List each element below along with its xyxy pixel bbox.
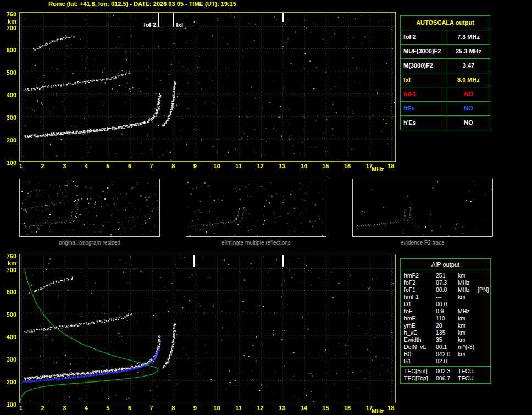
aip-param-note [478,301,490,308]
autoscala-param-label: foF2 [401,30,447,44]
panel-eliminate-reflections [186,179,326,237]
aip-param-label: DelN_vE [401,344,436,351]
x-tick-top-1: 1 [14,163,27,170]
x-tick-top-10: 10 [210,163,223,170]
aip-param-value: 20 [436,322,458,329]
aip-param-note [478,358,490,365]
panel-canvas-original [20,179,159,236]
aip-param-value: 00.0 [436,301,458,308]
aip-param-unit: km [458,336,478,344]
aip-param-unit: MHz [458,279,478,286]
aip-table: AIP output hmF2251kmfoF207.3MHzfoF100.0M… [400,258,491,384]
autoscala-row-h'Es: h'EsNO [401,116,490,130]
autoscala-param-label: foF1 [401,87,447,101]
aip-row-B1: B102.0 [401,358,490,365]
x-tick-bottom-6: 6 [123,405,136,412]
autoscala-param-value: NO [447,87,490,101]
aip-row-hmF2: hmF2251km [401,272,490,279]
autoscala-row-foF2: foF27.3 MHz [401,30,490,45]
panel-evidence-f2 [352,179,493,237]
x-tick-top-3: 3 [58,163,71,170]
aip-param-unit: TECU [458,375,478,382]
aip-param-note [478,315,490,322]
x-tick-top-7: 7 [145,163,158,170]
x-tick-top-2: 2 [36,163,49,170]
aip-param-label: D1 [401,301,436,308]
aip-param-value: 251 [436,272,458,279]
aip-param-unit: km [458,294,478,301]
aip-param-value: 00.1 [436,344,458,351]
aip-param-unit [458,301,478,308]
autoscala-table-body: foF27.3 MHzMUF(3000)F225.3 MHzM(3000)F23… [401,30,490,130]
aip-row-Ewidth: Ewidth35km [401,336,490,344]
y-tick-top-200: 200 [1,137,16,144]
aip-param-unit: km [458,315,478,322]
autoscala-param-value: 3.47 [447,59,490,73]
x-tick-top-14: 14 [297,163,311,170]
aip-row-foE: foE0.9MHz [401,308,490,315]
aip-tec-section: TEC[Bot]002.3TECUTEC[Top]006.7TECU [401,366,490,383]
aip-param-unit: TECU [458,368,478,375]
x-tick-top-16: 16 [341,163,354,170]
aip-param-note [478,336,490,344]
y-tick-top-400: 400 [1,92,16,99]
aip-param-unit: km [458,322,478,329]
aip-param-value: 35 [436,336,458,344]
y-tick-bottom-400: 400 [1,334,16,341]
y-tick-bottom-300: 300 [1,356,16,363]
ionogram-plot-bottom [19,254,396,403]
aip-param-unit: km [458,351,478,358]
x-tick-bottom-16: 16 [341,405,354,412]
panel-original-ionogram [19,179,160,237]
aip-param-note [478,322,490,329]
aip-param-note [478,272,490,279]
aip-param-value: 006.7 [436,375,458,382]
aip-row-hmF1: hmF1---km [401,294,490,301]
y-tick-top-700: 700 [1,25,16,32]
x-axis-unit-bottom: MHz [372,408,384,415]
aip-param-note [478,344,490,351]
aip-param-label: hmF2 [401,272,436,279]
panel-caption-original: original ionogram resized [19,240,160,246]
y-tick-bottom-760: 760 [1,253,16,260]
autoscala-param-label: fxI [401,73,447,87]
aip-tec-row-TEC[Bot]: TEC[Bot]002.3TECU [401,368,490,375]
autoscala-window: Rome (lat: +41.8, lon: 012.5) - DATE: 20… [0,0,532,415]
station-date-title: Rome (lat: +41.8, lon: 012.5) - DATE: 20… [48,1,236,7]
aip-param-unit: km [458,272,478,279]
autoscala-param-label: M(3000)F2 [401,59,447,73]
x-tick-top-4: 4 [80,163,93,170]
x-tick-top-11: 11 [232,163,245,170]
x-tick-top-12: 12 [254,163,267,170]
aip-row-B0: B0042.0km [401,351,490,358]
autoscala-row-MUF(3000)F2: MUF(3000)F225.3 MHz [401,45,490,59]
x-tick-top-9: 9 [189,163,202,170]
x-tick-bottom-9: 9 [189,405,202,412]
foF2-marker-label: foF2 [135,21,157,28]
aip-param-label: foF1 [401,286,436,294]
x-tick-bottom-14: 14 [297,405,311,412]
aip-table-header: AIP output [401,259,490,270]
fxI-marker-label: fxI [175,21,184,28]
aip-param-note [478,308,490,315]
aip-param-note [478,329,490,336]
y-tick-top-500: 500 [1,69,16,76]
y-tick-bottom-700: 700 [1,267,16,274]
panel-caption-evidence: evidence F2 trace [352,240,493,246]
x-tick-bottom-10: 10 [210,405,223,412]
y-axis-unit-top: km [1,18,16,25]
aip-param-note [478,294,490,301]
x-tick-bottom-5: 5 [101,405,114,412]
x-tick-top-15: 15 [319,163,332,170]
x-tick-bottom-4: 4 [80,405,93,412]
autoscala-param-value: 25.3 MHz [447,45,490,58]
autoscala-param-value: 8.0 MHz [447,73,490,87]
aip-param-note [478,375,490,382]
y-tick-bottom-600: 600 [1,289,16,296]
aip-param-unit: km [458,329,478,336]
autoscala-row-ftEs: ftEsNO [401,102,490,116]
panel-caption-eliminate: eliminate multiple reflections [186,240,326,246]
aip-param-label: foE [401,308,436,315]
autoscala-param-label: MUF(3000)F2 [401,45,447,58]
x-tick-top-18: 18 [384,163,397,170]
